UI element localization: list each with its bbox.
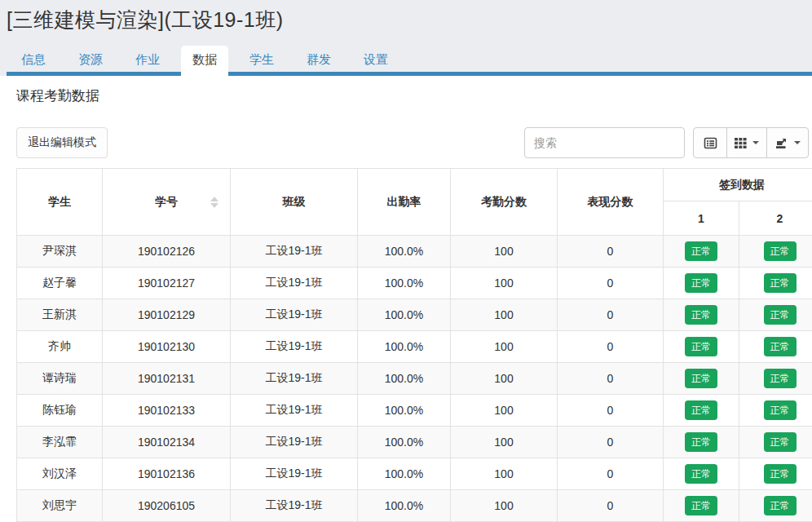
header-attendance-rate: 出勤率 (358, 169, 451, 236)
checkin-status-badge[interactable]: 正常 (685, 241, 717, 261)
cell-attendance-score: 100 (451, 268, 558, 299)
tab-students[interactable]: 学生 (238, 46, 285, 76)
checkin-status-badge[interactable]: 正常 (685, 400, 717, 420)
table-row: 李泓霏190102134工设19-1班100.0%1000正常正常 (17, 427, 812, 458)
cell-attendance-rate: 100.0% (358, 236, 451, 268)
cell-checkin-2: 正常 (739, 395, 812, 427)
cell-checkin-1: 正常 (664, 299, 739, 331)
cell-performance-score: 0 (558, 363, 664, 395)
cell-class: 工设19-1班 (231, 427, 358, 458)
header-student: 学生 (17, 169, 103, 236)
page: { "header": { "title": "[三维建模与渲染](工设19-1… (0, 0, 812, 522)
tab-homework[interactable]: 作业 (124, 46, 171, 76)
export-icon (774, 136, 788, 150)
cell-attendance-rate: 100.0% (358, 395, 451, 427)
cell-checkin-2: 正常 (739, 299, 812, 331)
tab-broadcast[interactable]: 群发 (295, 46, 342, 76)
cell-student-id: 190102127 (103, 268, 231, 299)
cell-attendance-score: 100 (451, 395, 558, 427)
checkin-status-badge[interactable]: 正常 (764, 369, 797, 388)
cell-student: 齐帅 (17, 331, 103, 363)
checkin-status-badge[interactable]: 正常 (685, 496, 717, 515)
cell-attendance-rate: 100.0% (358, 363, 451, 395)
cell-performance-score: 0 (558, 427, 664, 458)
cell-student-id: 190206105 (103, 490, 231, 522)
header-performance-score: 表现分数 (558, 169, 664, 236)
cell-student: 赵子馨 (17, 268, 103, 299)
cell-attendance-score: 100 (451, 490, 558, 522)
cell-student: 刘汉泽 (17, 458, 103, 490)
cell-attendance-rate: 100.0% (358, 427, 451, 458)
cell-checkin-2: 正常 (739, 268, 812, 299)
cell-class: 工设19-1班 (231, 490, 358, 522)
cell-checkin-2: 正常 (739, 331, 812, 363)
cell-class: 工设19-1班 (231, 363, 358, 395)
checkin-status-badge[interactable]: 正常 (685, 369, 717, 388)
table-row: 谭诗瑞190102131工设19-1班100.0%1000正常正常 (17, 363, 812, 395)
cell-checkin-1: 正常 (664, 363, 739, 395)
columns-chooser-button[interactable] (726, 127, 767, 158)
checkin-status-badge[interactable]: 正常 (685, 464, 717, 484)
toolbar-right (524, 127, 809, 158)
cell-student: 刘思宇 (17, 490, 103, 522)
cell-checkin-2: 正常 (739, 363, 812, 395)
cell-attendance-score: 100 (451, 331, 558, 363)
cell-attendance-score: 100 (451, 236, 558, 268)
checkin-status-badge[interactable]: 正常 (685, 273, 717, 293)
tab-resources[interactable]: 资源 (67, 46, 114, 76)
table-row: 刘汉泽190102136工设19-1班100.0%1000正常正常 (17, 458, 812, 490)
cell-checkin-1: 正常 (664, 268, 739, 299)
header-attendance-score: 考勤分数 (451, 169, 558, 236)
checkin-status-badge[interactable]: 正常 (685, 305, 717, 325)
tab-settings[interactable]: 设置 (352, 46, 399, 76)
cell-student-id: 190102134 (103, 427, 231, 458)
checkin-status-badge[interactable]: 正常 (764, 432, 797, 452)
cell-student: 李泓霏 (17, 427, 103, 458)
tab-info[interactable]: 信息 (10, 46, 57, 76)
cell-attendance-rate: 100.0% (358, 490, 451, 522)
table-body: 尹琛淇190102126工设19-1班100.0%1000正常正常赵子馨1901… (17, 236, 812, 522)
cell-attendance-score: 100 (451, 427, 558, 458)
exit-edit-mode-button[interactable]: 退出编辑模式 (16, 127, 108, 158)
export-button[interactable] (766, 127, 809, 158)
attendance-table: 学生 学号 班级 出勤率 考勤分数 表现分数 签到数据 1 2 尹琛淇19010… (16, 168, 812, 522)
cell-performance-score: 0 (558, 268, 664, 299)
cell-attendance-rate: 100.0% (358, 331, 451, 363)
cell-student-id: 190102131 (103, 363, 231, 395)
sort-both-icon[interactable] (210, 197, 218, 208)
cell-class: 工设19-1班 (231, 299, 358, 331)
cell-performance-score: 0 (558, 236, 664, 268)
checkin-status-badge[interactable]: 正常 (764, 496, 797, 515)
cell-student: 王新淇 (17, 299, 103, 331)
columns-grid-icon (735, 137, 747, 149)
page-title: [三维建模与渲染](工设19-1班) (7, 7, 812, 33)
cell-attendance-rate: 100.0% (358, 299, 451, 331)
checkin-status-badge[interactable]: 正常 (764, 464, 797, 484)
search-input[interactable] (524, 127, 685, 158)
table-row: 尹琛淇190102126工设19-1班100.0%1000正常正常 (17, 236, 812, 268)
content-area: 课程考勤数据 退出编辑模式 (0, 76, 812, 522)
tab-data[interactable]: 数据 (181, 46, 228, 76)
checkin-status-badge[interactable]: 正常 (685, 432, 717, 452)
cell-checkin-1: 正常 (664, 458, 739, 490)
cell-attendance-score: 100 (451, 458, 558, 490)
attendance-table-container: 学生 学号 班级 出勤率 考勤分数 表现分数 签到数据 1 2 尹琛淇19010… (16, 168, 812, 522)
cell-checkin-2: 正常 (739, 458, 812, 490)
checkin-status-badge[interactable]: 正常 (764, 305, 797, 325)
cell-attendance-rate: 100.0% (358, 268, 451, 299)
toggle-detail-view-button[interactable] (693, 127, 727, 158)
list-alt-icon (704, 136, 717, 150)
table-row: 赵子馨190102127工设19-1班100.0%1000正常正常 (17, 268, 812, 299)
cell-student-id: 190102133 (103, 395, 231, 427)
cell-student: 谭诗瑞 (17, 363, 103, 395)
checkin-status-badge[interactable]: 正常 (685, 337, 717, 356)
checkin-status-badge[interactable]: 正常 (764, 273, 797, 293)
cell-attendance-score: 100 (451, 299, 558, 331)
checkin-status-badge[interactable]: 正常 (764, 400, 797, 420)
checkin-status-badge[interactable]: 正常 (764, 241, 797, 261)
checkin-status-badge[interactable]: 正常 (764, 337, 797, 356)
cell-class: 工设19-1班 (231, 236, 358, 268)
header-student-id[interactable]: 学号 (103, 169, 231, 236)
cell-checkin-1: 正常 (664, 427, 739, 458)
caret-down-icon (752, 141, 759, 144)
